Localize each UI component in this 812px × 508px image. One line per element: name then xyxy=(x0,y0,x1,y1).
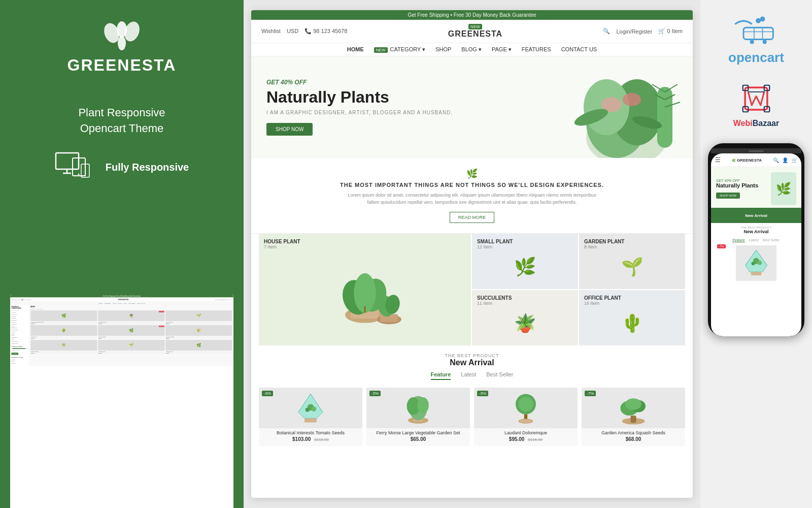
logo-area: NEW GREENESTA xyxy=(448,24,502,39)
read-more-button[interactable]: READ MORE xyxy=(450,212,495,223)
phone-product: -7% xyxy=(711,243,801,283)
mini-header: Wishlist | USD | ☎ 98 123 45678 GREENEST… xyxy=(10,297,233,301)
phone-speaker xyxy=(749,150,764,152)
phone-menu-icon: ☰ xyxy=(715,156,721,164)
brand-tagline: Plant Responsive Opencart Theme xyxy=(78,105,165,137)
svg-point-63 xyxy=(763,40,767,44)
header-right: 🔍 Login/Register 🛒 0 Item xyxy=(603,28,683,35)
svg-point-47 xyxy=(519,397,533,411)
svg-rect-15 xyxy=(657,87,672,148)
phone-logo-area: 🌿 GREENESTA xyxy=(732,158,762,163)
phone-shop-now-button[interactable]: SHOP NOW xyxy=(716,193,740,199)
brand-logo-icon xyxy=(101,20,142,51)
svg-point-0 xyxy=(118,36,126,50)
small-preview-screenshot: Get Free Shipping • Free 30 Day Money Ba… xyxy=(10,295,233,508)
responsive-section: Fully Responsive xyxy=(55,152,189,182)
phone-header-icons: 🔍 👤 🛒 xyxy=(773,157,797,163)
svg-point-8 xyxy=(78,173,79,175)
phone-screen: ☰ 🌿 GREENESTA 🔍 👤 🛒 GET 40% OFF Naturall… xyxy=(711,153,801,336)
brand-section: GREENESTA xyxy=(67,20,177,75)
svg-rect-72 xyxy=(751,272,762,275)
nav-category[interactable]: NEW CATEGORY ▾ xyxy=(374,46,425,53)
nav-blog[interactable]: BLOG ▾ xyxy=(461,46,482,53)
cart-icon[interactable]: 🛒 0 Item xyxy=(658,28,683,35)
category-office-plant[interactable]: OFFICE PLANT 16 Item 🌵 xyxy=(579,290,685,345)
phone-product-image xyxy=(736,245,776,281)
leaf-icon: 🌿 xyxy=(272,168,672,179)
svg-point-62 xyxy=(750,40,754,44)
svg-rect-64 xyxy=(745,87,767,110)
svg-rect-4 xyxy=(56,153,79,169)
left-panel: GREENESTA Plant Responsive Opencart Them… xyxy=(0,0,244,508)
website-top-bar: Get Free Shipping • Free 30 Day Money Ba… xyxy=(251,10,693,20)
phone-top-bar xyxy=(711,148,801,153)
currency-selector[interactable]: USD xyxy=(287,28,298,35)
hero-content: GET 40% OFF Naturally Plants I AM A GRAP… xyxy=(251,56,468,158)
opencart-logo: opencart xyxy=(728,15,784,66)
svg-rect-37 xyxy=(304,418,317,422)
right-panel: opencart WebiBazaar ☰ xyxy=(700,0,812,508)
product-card-2[interactable]: -9% Laudant Doloremque $95.00 $115.00 xyxy=(474,388,578,446)
website-nav: HOME NEW CATEGORY ▾ SHOP BLOG ▾ PAGE ▾ F… xyxy=(251,43,693,56)
nav-page[interactable]: PAGE ▾ xyxy=(492,46,512,53)
svg-point-55 xyxy=(625,398,641,409)
product-image-2 xyxy=(474,388,578,428)
svg-point-3 xyxy=(117,21,127,38)
phone-tab-best-seller[interactable]: Best Seller xyxy=(763,238,780,242)
categories-grid: HOUSE PLANT 7 Item xyxy=(259,234,685,345)
mini-sidebar: PRODUCT CATEGORIES Select a Cat. Aloe Ve… xyxy=(10,305,29,366)
products-grid: -9% Botanical Interests Tomato Seeds $10… xyxy=(251,383,693,451)
new-arrival-section: THE BEST PRODUCT New Arrival Feature Lat… xyxy=(251,345,693,383)
webibazaar-text: WebiBazaar xyxy=(733,119,779,128)
tab-feature[interactable]: Feature xyxy=(431,371,451,380)
search-button[interactable]: 🔍 xyxy=(603,28,610,35)
hero-shop-now-button[interactable]: SHOP NOW xyxy=(266,123,313,136)
center-preview: Get Free Shipping • Free 30 Day Money Ba… xyxy=(251,10,693,498)
phone-section-title: THE BEST PRODUCT New Arrival xyxy=(711,223,801,237)
nav-shop[interactable]: SHOP xyxy=(435,46,451,53)
phone-mockup: ☰ 🌿 GREENESTA 🔍 👤 🛒 GET 40% OFF Naturall… xyxy=(708,143,804,336)
wishlist-link[interactable]: Wishlist xyxy=(261,28,281,35)
phone-cart-icon: 🛒 xyxy=(791,157,797,163)
mini-filter: FILTER BY PRICE Price $70 - $110 FILTER xyxy=(12,346,28,355)
fully-responsive-label: Fully Responsive xyxy=(106,161,189,174)
product-image-0 xyxy=(259,388,362,428)
svg-point-10 xyxy=(85,175,86,176)
opencart-cart-icon xyxy=(731,15,782,46)
svg-point-40 xyxy=(312,406,317,411)
product-card-0[interactable]: -9% Botanical Interests Tomato Seeds $10… xyxy=(259,388,362,446)
svg-point-74 xyxy=(752,262,755,265)
hero-section: GET 40% OFF Naturally Plants I AM A GRAP… xyxy=(251,56,693,158)
product-card-3[interactable]: -7% Garden America Squash Seeds $68.00 xyxy=(582,388,685,446)
phone-hero: GET 40% OFF Naturally Plants SHOP NOW 🌿 xyxy=(711,167,801,208)
category-garden-plant[interactable]: GARDEN PLANT 8 Item 🌱 xyxy=(579,234,685,289)
webibazaar-logo: WebiBazaar xyxy=(733,81,779,128)
svg-rect-50 xyxy=(520,419,531,422)
svg-rect-58 xyxy=(743,27,773,39)
new-arrival-tabs: Feature Latest Best Seller xyxy=(261,371,683,380)
login-link[interactable]: Login/Register xyxy=(616,28,652,35)
phone-tabs: Feature Latest Best Seller xyxy=(711,237,801,243)
mini-content: SHOP Showing 1–9 of 30 results 🌿 Botanic… xyxy=(29,305,233,366)
tab-best-seller[interactable]: Best Seller xyxy=(486,371,513,380)
product-image-3 xyxy=(582,388,685,428)
phone-tab-latest[interactable]: Latest xyxy=(749,238,759,242)
nav-contact[interactable]: CONTACT US xyxy=(561,46,597,53)
phone-green-bar: New Arrival xyxy=(711,208,801,223)
nav-features[interactable]: FEATURES xyxy=(522,46,551,53)
category-succulents[interactable]: SUCCULENTS 11 Item 🪴 xyxy=(472,290,578,345)
brand-name: GREENESTA xyxy=(67,56,177,75)
phone-user-icon: 👤 xyxy=(782,157,788,163)
category-small-plant[interactable]: SMALL PLANT 12 Item 🌿 xyxy=(472,234,578,289)
category-house-plant[interactable]: HOUSE PLANT 7 Item xyxy=(259,234,471,345)
phone-tab-feature[interactable]: Feature xyxy=(732,238,745,242)
website-header: Wishlist USD 📞 98 123 45678 NEW GREENEST… xyxy=(251,20,693,43)
svg-rect-52 xyxy=(630,415,636,422)
mini-color-filter: FILTER BY COLOR Black (2)Blue (1)Green (… xyxy=(12,357,28,364)
product-card-1[interactable]: -5% Ferry Morse Large Vegetable Garden S… xyxy=(366,388,470,446)
webibazaar-icon xyxy=(738,81,774,116)
tab-latest[interactable]: Latest xyxy=(461,371,476,380)
device-icon xyxy=(55,152,95,182)
nav-home[interactable]: HOME xyxy=(347,46,364,53)
svg-point-45 xyxy=(417,397,428,413)
